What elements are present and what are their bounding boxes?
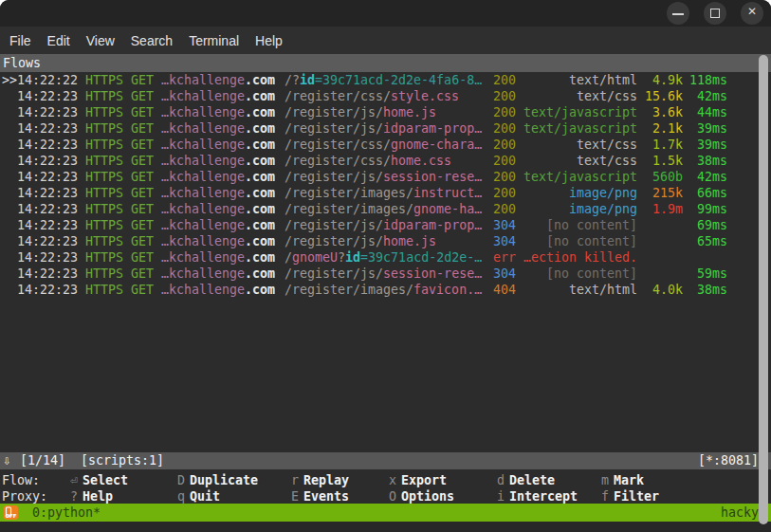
domain-name: …kchallenge	[161, 89, 245, 103]
menu-item-edit[interactable]: Edit	[47, 33, 70, 48]
help-binding: DDuplicate	[177, 472, 258, 488]
menu-item-file[interactable]: File	[9, 33, 31, 48]
method-label: GET	[131, 282, 154, 298]
scheme-label: HTTPS	[85, 266, 123, 282]
menu-item-view[interactable]: View	[86, 33, 115, 48]
domain-tld: .com	[245, 105, 275, 119]
flow-row[interactable]: 14:22:23HTTPSGET…kchallenge.com/register…	[0, 217, 771, 233]
focus-marker	[2, 120, 17, 137]
response-time: 38ms	[683, 153, 727, 169]
proxy-status-bar: ⇩ [1/14] [scripts:1] [*:8081]	[0, 452, 771, 469]
request-path: /register/images/instruct…	[285, 185, 486, 201]
flow-row[interactable]: 14:22:23HTTPSGET…kchallenge.com/register…	[0, 104, 771, 120]
flow-row[interactable]: 14:22:23HTTPSGET…kchallenge.com/register…	[0, 282, 771, 298]
timestamp: 14:22:23	[17, 249, 78, 266]
status-code: 200	[493, 137, 516, 153]
response-size: 1.7k	[637, 137, 683, 153]
maximize-button[interactable]	[704, 2, 726, 25]
flow-row[interactable]: 14:22:23HTTPSGET…kchallenge.com/register…	[0, 201, 771, 217]
focus-marker: >>	[2, 72, 17, 88]
content-type: [no content]	[516, 217, 637, 233]
scheme-label: HTTPS	[85, 201, 123, 217]
help-key: D	[177, 473, 185, 487]
domain: …kchallenge.com	[161, 72, 277, 88]
domain-tld: .com	[245, 170, 275, 184]
domain: …kchallenge.com	[161, 169, 277, 185]
svg-text:OFF: OFF	[5, 513, 16, 519]
help-label: Mark	[614, 473, 644, 487]
flow-row[interactable]: 14:22:23HTTPSGET…kchallenge.com/register…	[0, 169, 771, 185]
domain-tld: .com	[245, 89, 275, 103]
flow-row[interactable]: 14:22:23HTTPSGET…kchallenge.com/register…	[0, 88, 771, 104]
help-section-label: Proxy:	[2, 488, 47, 504]
path-segment: ?	[338, 250, 345, 265]
path-segment: /register/css/	[285, 89, 391, 103]
status-code: 304	[493, 266, 516, 282]
menu-item-terminal[interactable]: Terminal	[189, 33, 239, 48]
method-label: GET	[131, 249, 154, 266]
flow-row[interactable]: 14:22:23HTTPSGET…kchallenge.com/register…	[0, 120, 771, 137]
content-type: text/javascript	[516, 169, 637, 185]
status-code: err	[493, 249, 516, 266]
scrollbar-thumb[interactable]	[759, 55, 768, 524]
scheme-label: HTTPS	[85, 169, 123, 185]
method-label: GET	[131, 137, 154, 153]
scripts-count: [scripts:1]	[81, 452, 164, 469]
flow-row[interactable]: 14:22:23HTTPSGET…kchallenge.com/register…	[0, 137, 771, 153]
help-key: q	[177, 489, 185, 504]
close-button[interactable]: ✕	[741, 2, 763, 25]
timestamp: 14:22:22	[17, 72, 78, 88]
timestamp: 14:22:23	[17, 120, 78, 137]
path-segment: /register/js/	[285, 218, 383, 232]
help-binding: rReplay	[291, 472, 349, 488]
flow-row[interactable]: 14:22:23HTTPSGET…kchallenge.com/register…	[0, 233, 771, 249]
method-label: GET	[131, 120, 154, 137]
flow-row[interactable]: 14:22:23HTTPSGET…kchallenge.com/gnomeU?i…	[0, 249, 771, 266]
path-segment: home.js	[383, 234, 436, 248]
close-icon: ✕	[741, 5, 763, 18]
timestamp: 14:22:23	[17, 137, 78, 153]
path-segment: favicon.…	[413, 283, 482, 297]
timestamp: 14:22:23	[17, 104, 78, 120]
path-segment: gnome-ha…	[413, 202, 482, 216]
path-segment: /register/images/	[285, 202, 413, 216]
help-key: O	[389, 489, 396, 504]
tmux-session-name[interactable]: 0:python*	[32, 504, 101, 522]
flow-row[interactable]: 14:22:23HTTPSGET…kchallenge.com/register…	[0, 266, 771, 282]
timestamp: 14:22:23	[17, 266, 78, 282]
minimize-button[interactable]	[667, 2, 689, 25]
help-key: ⏎	[70, 473, 78, 487]
response-time: 39ms	[683, 120, 727, 137]
help-binding: EEvents	[291, 488, 349, 504]
request-path: /register/js/home.js	[285, 104, 486, 120]
domain-name: …kchallenge	[161, 234, 245, 248]
flow-row[interactable]: 14:22:23HTTPSGET…kchallenge.com/register…	[0, 185, 771, 201]
menu-item-search[interactable]: Search	[131, 33, 173, 48]
domain: …kchallenge.com	[161, 282, 277, 298]
flow-row[interactable]: 14:22:23HTTPSGET…kchallenge.com/register…	[0, 153, 771, 169]
domain-name: …kchallenge	[161, 202, 245, 216]
response-size: 1.5k	[637, 153, 683, 169]
help-binding: qQuit	[177, 488, 220, 504]
path-segment: session-rese…	[383, 266, 482, 281]
focus-marker	[2, 201, 17, 217]
status-code: 200	[493, 185, 516, 201]
timestamp: 14:22:23	[17, 201, 78, 217]
help-label: Events	[303, 489, 349, 504]
path-segment: /register/js/	[285, 105, 383, 119]
method-label: GET	[131, 72, 154, 88]
path-segment: /	[285, 250, 292, 265]
help-section-label: Flow:	[2, 472, 40, 488]
domain: …kchallenge.com	[161, 217, 277, 233]
request-path: /register/images/gnome-ha…	[285, 201, 486, 217]
domain: …kchallenge.com	[161, 104, 277, 120]
response-size: 3.6k	[637, 104, 683, 120]
menu-item-help[interactable]: Help	[255, 33, 283, 48]
help-binding: xExport	[389, 472, 447, 488]
domain-name: …kchallenge	[161, 186, 245, 200]
flow-row[interactable]: >>14:22:22HTTPSGET…kchallenge.com/?id=39…	[0, 72, 771, 88]
request-path: /register/css/home.css	[285, 153, 486, 169]
domain-tld: .com	[245, 266, 275, 281]
domain-tld: .com	[245, 73, 275, 87]
path-segment: home.css	[391, 154, 451, 168]
